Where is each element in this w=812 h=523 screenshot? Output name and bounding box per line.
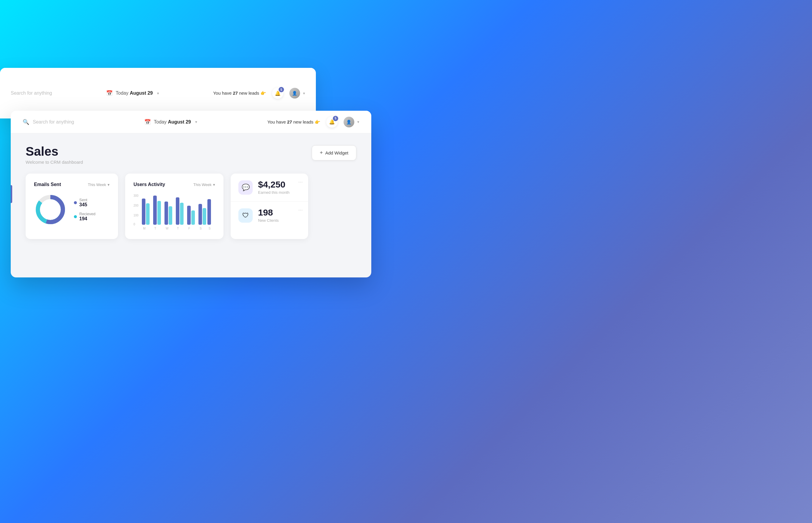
date-section[interactable]: 📅 Today August 29 ▾ <box>144 119 197 125</box>
avatar-image-back: 👤 <box>289 88 300 98</box>
donut-chart <box>34 193 67 226</box>
window-main: 🔍 Search for anything 📅 Today August 29 … <box>11 111 371 277</box>
svg-rect-9 <box>153 196 157 225</box>
svg-rect-8 <box>146 203 150 225</box>
svg-rect-13 <box>176 197 179 225</box>
notification-button[interactable]: 🔔 5 <box>326 116 338 128</box>
date-section-back: 📅 Today August 29 ▾ <box>106 90 159 96</box>
clients-more-button[interactable]: ··· <box>298 207 303 213</box>
clients-stat-block: 🛡 198 New Clients ··· <box>231 201 308 229</box>
earned-label: Earned this month <box>258 190 290 195</box>
svg-text:M: M <box>143 227 145 230</box>
sent-legend-dot <box>74 201 77 204</box>
svg-rect-12 <box>169 206 172 225</box>
search-section[interactable]: 🔍 Search for anything <box>23 119 74 125</box>
sent-legend-label: Sent <box>79 198 87 202</box>
svg-rect-16 <box>191 211 195 225</box>
received-legend-dot <box>74 215 77 218</box>
earned-icon: 💬 <box>242 184 250 192</box>
sent-legend-info: Sent 345 <box>79 198 87 208</box>
clients-stat-info: 198 New Clients <box>258 208 279 223</box>
activity-widget-header: Users Activity This Week ▾ <box>134 182 215 187</box>
topbar-actions: You have 27 new leads 👉 🔔 5 👤 ▾ <box>267 116 359 128</box>
activity-period-chevron: ▾ <box>213 182 215 187</box>
svg-rect-14 <box>180 203 184 225</box>
svg-text:0: 0 <box>134 223 135 226</box>
svg-text:S: S <box>200 227 202 230</box>
avatar-chevron-back: ▾ <box>303 91 305 95</box>
activity-period-selector[interactable]: This Week ▾ <box>193 182 215 187</box>
svg-text:200: 200 <box>134 204 139 207</box>
emails-period-chevron: ▾ <box>107 182 110 187</box>
received-legend-item: Recieved 194 <box>74 212 96 221</box>
bar-chart: 300 200 100 0 <box>134 193 215 233</box>
earned-stat-info: $4,250 Earned this month <box>258 180 290 195</box>
svg-rect-19 <box>207 199 211 225</box>
page-title: Sales <box>25 145 83 158</box>
received-legend-label: Recieved <box>79 212 96 216</box>
stats-widget: 💬 $4,250 Earned this month ··· 🛡 198 <box>231 174 308 239</box>
dashboard-content: Sales Welcome to CRM dashboard + Add Wid… <box>11 133 371 251</box>
user-avatar-back[interactable]: 👤 ▾ <box>289 88 305 98</box>
date-label-back: Today August 29 <box>116 90 153 96</box>
received-legend-value: 194 <box>79 216 96 221</box>
avatar-chevron: ▾ <box>357 120 359 124</box>
search-back: Search for anything <box>11 90 52 96</box>
add-widget-label: Add Widget <box>325 150 348 156</box>
topbar-main: 🔍 Search for anything 📅 Today August 29 … <box>11 111 371 133</box>
notification-badge-back: 5 <box>279 87 284 92</box>
svg-rect-15 <box>187 206 191 225</box>
clients-icon: 🛡 <box>242 212 249 219</box>
leads-text-back: You have 27 new leads 👉 <box>213 90 266 96</box>
users-activity-widget: Users Activity This Week ▾ 300 200 100 0 <box>125 174 224 239</box>
earned-stat-block: 💬 $4,250 Earned this month ··· <box>231 174 308 201</box>
calendar-icon-back: 📅 <box>106 90 113 96</box>
activity-widget-title: Users Activity <box>134 182 165 187</box>
notification-button-back[interactable]: 🔔 5 <box>272 88 283 99</box>
svg-rect-10 <box>157 201 161 225</box>
dashboard-header: Sales Welcome to CRM dashboard + Add Wid… <box>25 145 357 165</box>
leads-notification: You have 27 new leads 👉 <box>267 119 320 125</box>
emails-widget-title: Emails Sent <box>34 182 61 187</box>
emails-period-selector[interactable]: This Week ▾ <box>88 182 110 187</box>
date-label: Today August 29 <box>154 119 191 125</box>
dashboard-title-section: Sales Welcome to CRM dashboard <box>25 145 83 165</box>
sent-legend-value: 345 <box>79 202 87 208</box>
svg-text:W: W <box>166 227 169 230</box>
svg-rect-18 <box>203 208 206 225</box>
svg-text:300: 300 <box>134 194 139 197</box>
search-input[interactable]: Search for anything <box>33 119 74 125</box>
user-avatar[interactable]: 👤 ▾ <box>344 117 359 127</box>
earned-icon-wrap: 💬 <box>238 180 253 195</box>
search-placeholder-back: Search for anything <box>11 90 52 95</box>
clients-icon-wrap: 🛡 <box>238 209 253 223</box>
svg-rect-11 <box>165 201 168 225</box>
svg-text:S: S <box>209 227 211 230</box>
date-chevron[interactable]: ▾ <box>195 120 197 124</box>
emails-period-label: This Week <box>88 182 106 187</box>
date-chevron-back: ▾ <box>157 91 159 95</box>
page-subtitle: Welcome to CRM dashboard <box>25 160 83 165</box>
add-widget-button[interactable]: + Add Widget <box>312 145 357 160</box>
svg-text:T: T <box>154 227 156 230</box>
earned-more-button[interactable]: ··· <box>298 179 303 185</box>
received-legend-info: Recieved 194 <box>79 212 96 221</box>
earned-value: $4,250 <box>258 180 290 189</box>
svg-rect-7 <box>142 199 145 225</box>
clients-label: New Clients <box>258 218 279 223</box>
emails-legend: Sent 345 Recieved 194 <box>74 198 96 221</box>
widgets-row: Emails Sent This Week ▾ <box>25 174 357 239</box>
svg-rect-17 <box>198 204 202 225</box>
svg-text:F: F <box>188 227 190 230</box>
bar-chart-svg: 300 200 100 0 <box>134 193 214 232</box>
plus-icon: + <box>320 150 323 156</box>
avatar-image: 👤 <box>344 117 354 127</box>
calendar-icon: 📅 <box>144 119 151 125</box>
clients-value: 198 <box>258 208 279 217</box>
sent-legend-item: Sent 345 <box>74 198 96 208</box>
emails-sent-widget: Emails Sent This Week ▾ <box>25 174 118 239</box>
emails-widget-header: Emails Sent This Week ▾ <box>34 182 110 187</box>
svg-text:100: 100 <box>134 214 139 217</box>
topbar-right-back: You have 27 new leads 👉 🔔 5 👤 ▾ <box>213 88 305 99</box>
emails-donut-container: Sent 345 Recieved 194 <box>34 193 110 226</box>
